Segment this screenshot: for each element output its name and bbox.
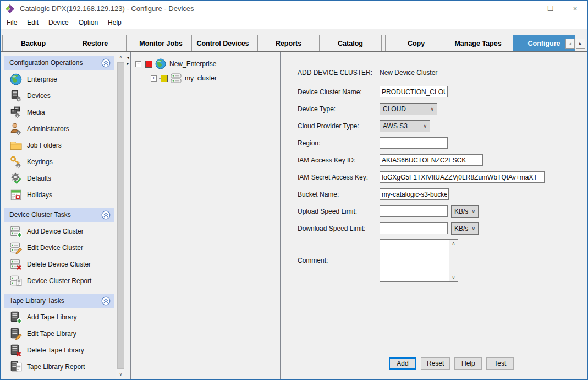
- download-speed-limit-label: Download Speed Limit:: [298, 225, 380, 232]
- scroll-down-icon[interactable]: ∨: [116, 370, 125, 379]
- sidebar-item-media[interactable]: Media: [4, 104, 114, 121]
- device-gear-icon: [9, 89, 23, 102]
- tree-expand-box[interactable]: +: [151, 75, 157, 82]
- chevron-down-icon: ∨: [423, 123, 427, 129]
- sidebar-item-label: Administrators: [27, 125, 69, 133]
- sidebar-item-enterprise[interactable]: Enterprise: [4, 71, 114, 88]
- tab-backup[interactable]: Backup: [3, 35, 64, 51]
- section-configuration-operations[interactable]: Configuration Operations: [4, 56, 114, 70]
- menu-help[interactable]: Help: [103, 17, 127, 29]
- minimize-icon[interactable]: —: [513, 1, 538, 17]
- cloud-provider-type-dropdown[interactable]: AWS S3 ∨: [380, 120, 430, 132]
- bucket-name-field[interactable]: [380, 188, 449, 200]
- upload-speed-limit-field[interactable]: [380, 205, 448, 217]
- device-type-label: Device Type:: [298, 105, 380, 113]
- menu-option[interactable]: Option: [74, 17, 103, 29]
- collapse-chevron-icon[interactable]: [101, 58, 111, 68]
- sidebar-item-edit-tape-library[interactable]: Edit Tape Library: [4, 325, 114, 342]
- tab-scroll-left-icon[interactable]: ◄: [565, 39, 575, 49]
- sidebar-item-label: Edit Device Cluster: [27, 244, 83, 252]
- sidebar-item-holidays[interactable]: Holidays: [4, 187, 114, 203]
- upload-speed-unit-dropdown[interactable]: KB/s ∨: [451, 205, 479, 218]
- tab-restore[interactable]: Restore: [64, 35, 126, 51]
- server-cluster-icon: [170, 72, 182, 84]
- collapse-chevron-icon[interactable]: [101, 296, 111, 306]
- reset-button[interactable]: Reset: [421, 357, 450, 370]
- scroll-up-icon[interactable]: ∧: [116, 52, 125, 62]
- sidebar-scrollbar[interactable]: ∧ ∨: [116, 52, 125, 379]
- test-button[interactable]: Test: [486, 357, 514, 370]
- add-button[interactable]: Add: [389, 357, 416, 370]
- menu-device[interactable]: Device: [43, 17, 74, 29]
- iam-secret-access-key-label: IAM Secret Access Key:: [298, 173, 380, 181]
- globe-icon: [155, 58, 167, 70]
- sidebar-item-label: Enterprise: [27, 75, 57, 83]
- add-device-cluster-form: ADD DEVICE CLUSTER: New Device Cluster D…: [281, 52, 587, 379]
- iam-secret-access-key-field[interactable]: [380, 171, 545, 183]
- device-tree-panel: − New_Enterprise + my_cluster: [131, 52, 281, 379]
- tree-node-my-cluster[interactable]: + my_cluster: [151, 71, 280, 85]
- sidebar-item-job-folders[interactable]: Job Folders: [4, 137, 114, 154]
- region-field[interactable]: [380, 137, 448, 149]
- cluster-add-icon: [9, 225, 23, 238]
- scrollbar-thumb[interactable]: [117, 62, 124, 369]
- sidebar-item-device-cluster-report[interactable]: Device Cluster Report: [4, 273, 114, 289]
- sidebar-item-keyrings[interactable]: Keyrings: [4, 154, 114, 170]
- section-tape-library-tasks[interactable]: Tape Library Tasks: [4, 294, 114, 308]
- tape-report-icon: [9, 360, 23, 373]
- collapse-chevron-icon[interactable]: [101, 210, 111, 220]
- tape-add-icon: [9, 311, 23, 324]
- sidebar-item-administrators[interactable]: Administrators: [4, 121, 114, 137]
- sidebar-item-edit-device-cluster[interactable]: Edit Device Cluster: [4, 240, 114, 256]
- folder-icon: [9, 139, 23, 152]
- tree-node-label: New_Enterprise: [169, 60, 216, 68]
- download-speed-unit-dropdown[interactable]: KB/s ∨: [451, 222, 479, 235]
- scroll-down-icon[interactable]: ∨: [452, 275, 455, 280]
- tab-copy[interactable]: Copy: [386, 35, 447, 51]
- tree-collapse-box[interactable]: −: [135, 61, 141, 67]
- title-bar: Catalogic DPX(192.168.129.123) - Configu…: [1, 1, 587, 17]
- status-yellow-icon: [161, 75, 168, 82]
- device-type-dropdown[interactable]: CLOUD ∨: [380, 103, 437, 115]
- sidebar-item-devices[interactable]: Devices: [4, 88, 114, 104]
- sidebar-item-defaults[interactable]: Defaults: [4, 170, 114, 187]
- sidebar-item-delete-device-cluster[interactable]: Delete Device Cluster: [4, 256, 114, 273]
- splitter-expand-icon[interactable]: ►: [126, 61, 130, 67]
- tab-scroll-right-icon[interactable]: ►: [576, 39, 585, 49]
- tape-delete-icon: [9, 344, 23, 357]
- tab-catalog[interactable]: Catalog: [320, 35, 381, 51]
- device-cluster-name-field[interactable]: [380, 86, 448, 97]
- sidebar-item-label: Job Folders: [27, 142, 62, 149]
- panel-splitter[interactable]: ◄ ►: [125, 52, 131, 379]
- comment-label: Comment:: [298, 257, 380, 264]
- sidebar-item-add-tape-library[interactable]: Add Tape Library: [4, 309, 114, 325]
- close-icon[interactable]: ×: [563, 1, 587, 17]
- maximize-icon[interactable]: ☐: [538, 1, 563, 17]
- keys-gear-icon: [9, 155, 23, 169]
- comment-scrollbar[interactable]: ∧ ∨: [449, 240, 458, 281]
- cloud-provider-value: AWS S3: [383, 122, 408, 130]
- sidebar-item-label: Tape Library Report: [27, 363, 85, 371]
- scroll-up-icon[interactable]: ∧: [452, 241, 455, 246]
- tab-monitor-jobs[interactable]: Monitor Jobs: [130, 35, 192, 51]
- sidebar-item-delete-tape-library[interactable]: Delete Tape Library: [4, 342, 114, 359]
- menu-file[interactable]: File: [2, 17, 22, 29]
- chevron-down-icon: ∨: [430, 106, 434, 112]
- section-title: Device Cluster Tasks: [9, 211, 101, 219]
- sidebar-item-add-device-cluster[interactable]: Add Device Cluster: [4, 223, 114, 240]
- menu-edit[interactable]: Edit: [22, 17, 43, 29]
- device-type-value: CLOUD: [383, 105, 406, 113]
- sidebar-item-tape-library-report[interactable]: Tape Library Report: [4, 359, 114, 375]
- help-button[interactable]: Help: [454, 357, 482, 370]
- iam-access-key-id-field[interactable]: [380, 154, 483, 166]
- tab-manage-tapes[interactable]: Manage Tapes: [447, 35, 509, 51]
- tab-control-devices[interactable]: Control Devices: [192, 35, 254, 51]
- splitter-collapse-icon[interactable]: ◄: [126, 55, 130, 61]
- gear-check-icon: [9, 172, 23, 185]
- tab-reports[interactable]: Reports: [258, 35, 320, 51]
- tree-node-enterprise[interactable]: − New_Enterprise: [135, 57, 280, 71]
- section-device-cluster-tasks[interactable]: Device Cluster Tasks: [4, 208, 114, 222]
- comment-textarea[interactable]: ∧ ∨: [380, 239, 458, 282]
- chevron-down-icon: ∨: [471, 226, 475, 231]
- download-speed-limit-field[interactable]: [380, 222, 448, 234]
